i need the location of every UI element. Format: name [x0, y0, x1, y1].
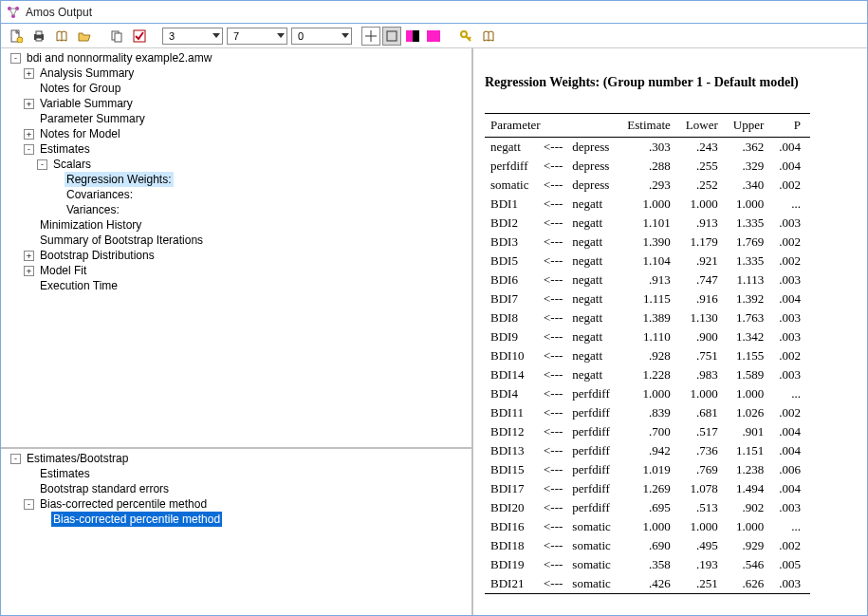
svg-rect-9: [36, 31, 42, 35]
cell-upper: 1.238: [728, 460, 774, 479]
cell-to: BDI12: [485, 422, 540, 441]
expander-icon[interactable]: +: [24, 129, 34, 140]
tree-execution-time[interactable]: Execution Time: [38, 278, 120, 293]
cell-estimate: 1.000: [621, 384, 680, 403]
svg-line-20: [469, 37, 471, 39]
cell-p: .003: [773, 365, 810, 384]
table-row: BDI17<---perfdiff1.2691.0781.494.004: [485, 479, 810, 498]
header-upper: Upper: [728, 114, 774, 138]
swatch-magenta-icon[interactable]: [424, 27, 443, 46]
cell-estimate: 1.389: [621, 308, 680, 327]
tree2-bcpm-child[interactable]: Bias-corrected percentile method: [51, 512, 222, 527]
expander-icon[interactable]: -: [10, 53, 21, 64]
tree-navigation-top[interactable]: -bdi and nonnormality example2.amw +Anal…: [1, 48, 471, 449]
cell-lower: .495: [680, 536, 728, 555]
cell-from: negatt: [566, 346, 621, 365]
cell-upper: .902: [728, 498, 774, 517]
tree-navigation-bottom[interactable]: -Estimates/Bootstrap Estimates Bootstrap…: [1, 449, 471, 615]
cell-arrow: <---: [540, 498, 566, 517]
cell-from: perfdiff: [566, 422, 621, 441]
content-area: -bdi and nonnormality example2.amw +Anal…: [1, 48, 867, 615]
cell-p: .003: [773, 574, 810, 594]
cell-to: negatt: [485, 138, 540, 158]
expander-icon[interactable]: -: [10, 454, 21, 464]
cell-from: somatic: [566, 574, 621, 594]
cell-lower: .769: [680, 460, 728, 479]
open-folder-icon[interactable]: [75, 27, 94, 46]
print-icon[interactable]: [29, 27, 48, 46]
cell-from: negatt: [566, 252, 621, 271]
new-doc-icon[interactable]: [7, 27, 26, 46]
cell-arrow: <---: [540, 346, 566, 365]
cell-from: perfdiff: [566, 460, 621, 479]
cell-estimate: 1.019: [621, 460, 680, 479]
options-check-icon[interactable]: [130, 27, 149, 46]
expander-icon[interactable]: -: [37, 159, 47, 170]
svg-line-4: [9, 9, 13, 16]
cell-to: BDI9: [485, 327, 540, 346]
cell-estimate: .426: [621, 574, 680, 594]
cell-to: BDI16: [485, 517, 540, 536]
table-row: BDI21<---somatic.426.251.626.003: [485, 574, 810, 594]
expander-icon[interactable]: +: [24, 251, 34, 261]
combo-indent[interactable]: 0: [291, 28, 352, 45]
cell-estimate: 1.000: [621, 517, 680, 536]
tree2-root[interactable]: Estimates/Bootstrap: [25, 451, 130, 466]
tree-regression-weights[interactable]: Regression Weights:: [65, 172, 174, 187]
tree-parameter-summary[interactable]: Parameter Summary: [38, 111, 147, 126]
expander-icon[interactable]: +: [24, 99, 34, 109]
tree-estimates[interactable]: Estimates: [38, 141, 92, 157]
swatch-magenta-black-icon[interactable]: [403, 27, 422, 46]
cell-p: .003: [773, 271, 810, 289]
tree-bootstrap-distributions[interactable]: Bootstrap Distributions: [38, 248, 157, 263]
cell-estimate: 1.228: [621, 365, 680, 384]
cell-estimate: .913: [621, 271, 680, 289]
outline-mode-icon[interactable]: [382, 27, 401, 46]
table-row: BDI2<---negatt1.101.9131.335.003: [485, 214, 810, 233]
cell-to: BDI20: [485, 498, 540, 517]
left-column: -bdi and nonnormality example2.amw +Anal…: [1, 48, 473, 615]
tree-notes-for-group[interactable]: Notes for Group: [38, 81, 122, 96]
tree-notes-for-model[interactable]: Notes for Model: [38, 126, 122, 141]
key-icon[interactable]: [456, 27, 475, 46]
tree2-bcpm[interactable]: Bias-corrected percentile method: [38, 496, 209, 512]
expander-icon[interactable]: -: [24, 499, 34, 510]
table-row: BDI8<---negatt1.3891.1301.763.003: [485, 308, 810, 327]
cell-lower: .251: [680, 574, 728, 594]
combo-decimals[interactable]: 3: [162, 28, 223, 45]
tree-variances[interactable]: Variances:: [65, 202, 121, 217]
tree-covariances[interactable]: Covariances:: [65, 187, 135, 202]
expander-icon[interactable]: -: [24, 144, 34, 155]
book-icon[interactable]: [52, 27, 71, 46]
tree-summary-bootstrap[interactable]: Summary of Bootstrap Iterations: [38, 233, 205, 248]
combo-width[interactable]: 7: [227, 28, 287, 45]
cell-estimate: .303: [621, 138, 680, 158]
tree2-estimates[interactable]: Estimates: [38, 466, 92, 481]
tree-scalars[interactable]: Scalars: [51, 157, 93, 172]
tree-model-fit[interactable]: Model Fit: [38, 263, 88, 278]
app-icon: [7, 6, 20, 19]
cell-to: BDI4: [485, 384, 540, 403]
book2-icon[interactable]: [479, 27, 498, 46]
tree-variable-summary[interactable]: Variable Summary: [38, 96, 135, 111]
table-row: BDI14<---negatt1.228.9831.589.003: [485, 365, 810, 384]
tree-minimization-history[interactable]: Minimization History: [38, 217, 143, 233]
cell-to: BDI3: [485, 233, 540, 252]
grid-mode-icon[interactable]: [361, 27, 380, 46]
cell-to: BDI10: [485, 346, 540, 365]
tree2-bse[interactable]: Bootstrap standard errors: [38, 481, 171, 496]
table-row: perfdiff<---depress.288.255.329.004: [485, 157, 810, 176]
expander-icon[interactable]: +: [24, 68, 34, 79]
tree-root[interactable]: bdi and nonnormality example2.amw: [25, 50, 213, 65]
svg-rect-17: [387, 31, 397, 41]
table-row: BDI12<---perfdiff.700.517.901.004: [485, 422, 810, 441]
tree-analysis-summary[interactable]: Analysis Summary: [38, 65, 136, 81]
cell-p: .005: [773, 555, 810, 574]
cell-arrow: <---: [540, 176, 566, 195]
cell-from: depress: [566, 176, 621, 195]
copy-icon[interactable]: [107, 27, 126, 46]
cell-upper: .329: [728, 157, 774, 176]
expander-icon[interactable]: +: [24, 266, 34, 276]
cell-p: .002: [773, 176, 810, 195]
cell-estimate: .293: [621, 176, 680, 195]
